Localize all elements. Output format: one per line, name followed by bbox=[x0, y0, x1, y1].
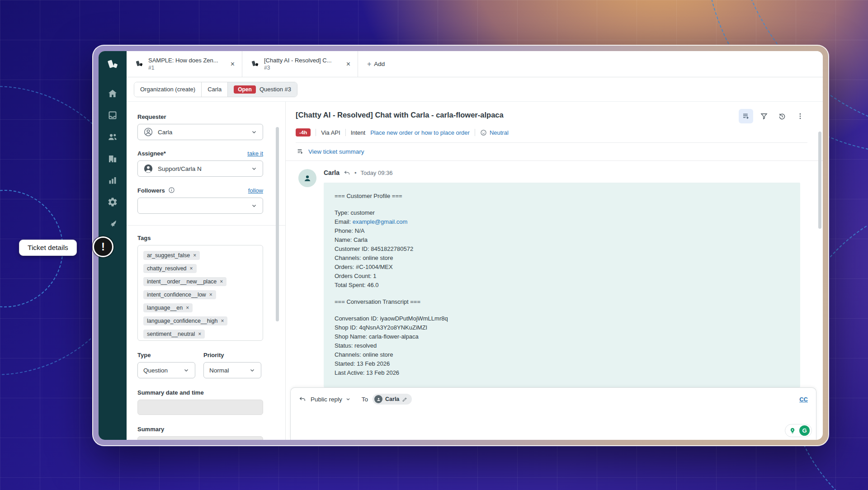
filter-button[interactable] bbox=[757, 109, 771, 123]
summarize-button[interactable] bbox=[739, 109, 753, 123]
tag-pill[interactable]: chatty_resolved× bbox=[143, 264, 197, 273]
add-tab-button[interactable]: + Add bbox=[367, 51, 385, 77]
message-line: Email: example@gmail.com bbox=[335, 217, 789, 226]
customers-icon[interactable] bbox=[107, 132, 118, 142]
priority-select[interactable]: Normal bbox=[203, 362, 261, 378]
reply-arrow-icon[interactable] bbox=[344, 170, 350, 176]
chevron-down-icon bbox=[251, 165, 257, 172]
content-row: Requester Carla bbox=[127, 102, 823, 440]
message-line: === Customer Profile === bbox=[335, 192, 789, 201]
message-line: Status: resolved bbox=[335, 341, 789, 350]
take-it-link[interactable]: take it bbox=[247, 150, 263, 157]
breadcrumb-ticket-ref: Question #3 bbox=[259, 86, 291, 93]
chevron-down-icon bbox=[251, 129, 257, 135]
message-line-spacer bbox=[335, 201, 789, 208]
tags-box[interactable]: ar_suggest_false×chatty_resolved×intent_… bbox=[137, 245, 263, 341]
conversation-scrollbar[interactable] bbox=[818, 132, 821, 229]
followers-select[interactable] bbox=[137, 198, 263, 214]
tag-pill[interactable]: ar_suggest_false× bbox=[143, 251, 200, 260]
tag-remove-icon[interactable]: × bbox=[209, 292, 212, 298]
assignee-select[interactable]: Support/Carla N bbox=[137, 160, 263, 177]
tag-pill[interactable]: intent_confidence__low× bbox=[143, 290, 216, 299]
zendesk-logo-icon[interactable] bbox=[106, 58, 119, 72]
reporting-icon[interactable] bbox=[107, 175, 118, 186]
tag-pill[interactable]: intent__order__new__place× bbox=[143, 277, 226, 286]
close-tab-icon[interactable]: × bbox=[229, 59, 236, 69]
breadcrumb-row: Organization (create) Carla Open Questio… bbox=[127, 77, 823, 102]
view-ticket-summary-link[interactable]: View ticket summary bbox=[308, 148, 364, 155]
message-line-spacer bbox=[335, 377, 789, 385]
close-tab-icon[interactable]: × bbox=[344, 59, 352, 69]
message-line-spacer bbox=[335, 290, 789, 297]
ticket-title: [Chatty AI - Resolved] Chat with Carla -… bbox=[296, 109, 739, 119]
tab-text: [Chatty AI - Resolved] C... #3 bbox=[264, 57, 340, 71]
cc-link[interactable]: CC bbox=[799, 396, 808, 403]
summary-datetime-input[interactable] bbox=[137, 400, 263, 415]
tag-remove-icon[interactable]: × bbox=[198, 331, 201, 337]
add-tab-label: Add bbox=[374, 61, 385, 67]
reply-editor: Public reply To bbox=[290, 387, 816, 440]
status-badge: Open bbox=[234, 85, 256, 94]
app-window-frame: SAMPLE: How does Zen... #1 × [Chatty AI … bbox=[92, 45, 829, 446]
breadcrumb-organization[interactable]: Organization (create) bbox=[134, 82, 202, 97]
organizations-icon[interactable] bbox=[107, 153, 118, 164]
priority-value: Normal bbox=[209, 367, 229, 374]
grammarly-icon[interactable]: G bbox=[799, 425, 810, 436]
sentiment-value: Neutral bbox=[490, 129, 509, 136]
recipient-name: Carla bbox=[385, 396, 399, 402]
recipient-pill[interactable]: Carla bbox=[373, 394, 412, 405]
edit-pencil-icon[interactable] bbox=[402, 396, 408, 402]
divider bbox=[475, 129, 475, 136]
message-line: Last Active: 13 Feb 2026 bbox=[335, 368, 789, 377]
writing-assistant-widget: G bbox=[785, 424, 812, 437]
conversation-messages: Carla • Today 09:36 === Customer Profile… bbox=[286, 161, 823, 387]
intent-value-link[interactable]: Place new order or how to place order bbox=[370, 129, 470, 136]
requester-value: Carla bbox=[158, 129, 172, 136]
tag-label: intent__order__new__place bbox=[147, 278, 217, 285]
chevron-down-icon bbox=[183, 367, 189, 373]
tag-remove-icon[interactable]: × bbox=[221, 318, 224, 324]
more-options-kebab-button[interactable] bbox=[793, 109, 807, 123]
type-select[interactable]: Question bbox=[137, 362, 195, 378]
tag-remove-icon[interactable]: × bbox=[186, 305, 189, 311]
email-link[interactable]: example@gmail.com bbox=[353, 218, 408, 225]
breadcrumb-ticket[interactable]: Open Question #3 bbox=[228, 82, 297, 97]
tab-sample-ticket[interactable]: SAMPLE: How does Zen... #1 × bbox=[127, 51, 242, 77]
tag-remove-icon[interactable]: × bbox=[193, 252, 196, 259]
exclamation-annotation-badge[interactable]: ! bbox=[93, 236, 113, 257]
assignee-value: Support/Carla N bbox=[158, 165, 202, 172]
suggestion-bulb-icon[interactable] bbox=[787, 425, 797, 436]
settings-gear-icon[interactable] bbox=[107, 197, 118, 207]
dot-separator: • bbox=[354, 170, 357, 176]
tab-chatty-ai-ticket[interactable]: [Chatty AI - Resolved] C... #3 × bbox=[242, 51, 358, 77]
message-line: === Conversation Transcript === bbox=[335, 297, 789, 306]
tag-remove-icon[interactable]: × bbox=[220, 278, 223, 285]
chevron-down-icon bbox=[345, 396, 351, 402]
views-inbox-icon[interactable] bbox=[107, 110, 118, 121]
sentiment-indicator[interactable]: Neutral bbox=[480, 129, 509, 136]
message-line-spacer bbox=[335, 306, 789, 314]
breadcrumb-requester[interactable]: Carla bbox=[202, 82, 228, 97]
fields-panel-scrollbar[interactable] bbox=[276, 127, 279, 321]
info-icon[interactable] bbox=[168, 187, 175, 193]
summary-input[interactable] bbox=[137, 436, 263, 440]
tab-text: SAMPLE: How does Zen... #1 bbox=[148, 57, 224, 71]
priority-label: Priority bbox=[203, 352, 261, 358]
home-icon[interactable] bbox=[107, 88, 118, 99]
message-line: Orders: #C-1004/MEX bbox=[335, 263, 789, 272]
tab-title: [Chatty AI - Resolved] C... bbox=[264, 57, 340, 64]
ticket-fields-panel: Requester Carla bbox=[127, 102, 286, 440]
message: Carla • Today 09:36 === Customer Profile… bbox=[324, 169, 800, 387]
reply-type-dropdown[interactable]: Public reply bbox=[311, 396, 351, 403]
tag-pill[interactable]: language_confidence__high× bbox=[143, 316, 227, 325]
view-ticket-summary-row: View ticket summary bbox=[286, 143, 823, 161]
tag-pill[interactable]: sentiment__neutral× bbox=[143, 330, 205, 339]
history-button[interactable] bbox=[775, 109, 789, 123]
rocket-icon[interactable] bbox=[107, 218, 118, 229]
message-line: Shop ID: 4qNsnA3Y2o8YNKuZiMZI bbox=[335, 323, 789, 332]
person-outline-icon bbox=[143, 127, 153, 137]
follow-link[interactable]: follow bbox=[248, 187, 263, 194]
tag-remove-icon[interactable]: × bbox=[190, 265, 193, 272]
tag-pill[interactable]: language__en× bbox=[143, 303, 193, 312]
requester-select[interactable]: Carla bbox=[137, 124, 263, 140]
